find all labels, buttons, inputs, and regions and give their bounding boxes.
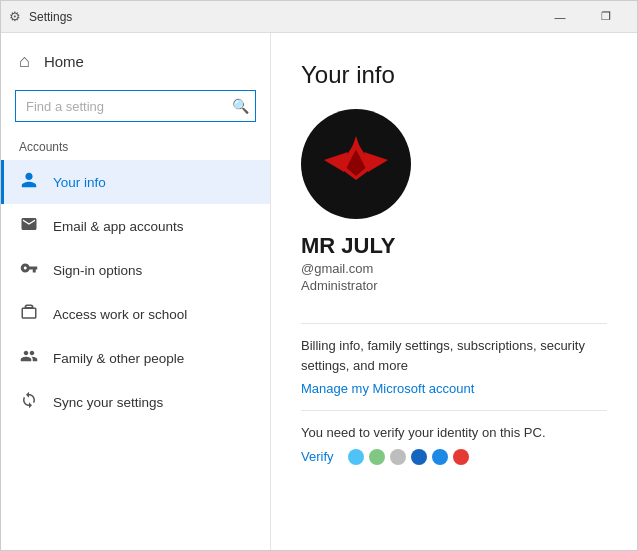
settings-icon: ⚙ — [9, 9, 21, 24]
billing-info-text: Billing info, family settings, subscript… — [301, 336, 607, 375]
titlebar-title: Settings — [29, 10, 72, 24]
main-content: Your info — [271, 33, 637, 550]
sidebar-item-sign-in[interactable]: Sign-in options — [1, 248, 270, 292]
section-label: Accounts — [1, 132, 270, 160]
content-area: ⌂ Home 🔍 Accounts Your info — [1, 33, 637, 550]
sidebar-item-label-signin: Sign-in options — [53, 263, 142, 278]
dot-1 — [348, 449, 364, 465]
verify-info-text: You need to verify your identity on this… — [301, 423, 607, 443]
search-box: 🔍 — [15, 90, 256, 122]
titlebar-left: ⚙ Settings — [9, 9, 72, 24]
settings-window: ⚙ Settings — ❐ ⌂ Home 🔍 Accounts — [0, 0, 638, 551]
avatar — [301, 109, 411, 219]
briefcase-icon — [19, 303, 39, 325]
profile-section: MR JULY @gmail.com Administrator — [301, 109, 607, 307]
sidebar-item-label-email: Email & app accounts — [53, 219, 184, 234]
sidebar-item-work-school[interactable]: Access work or school — [1, 292, 270, 336]
username: MR JULY — [301, 233, 396, 259]
manage-account-link[interactable]: Manage my Microsoft account — [301, 381, 607, 396]
color-dots — [348, 449, 469, 465]
envelope-icon — [19, 215, 39, 237]
dot-4 — [411, 449, 427, 465]
people-icon — [19, 347, 39, 369]
minimize-button[interactable]: — — [537, 1, 583, 33]
maximize-button[interactable]: ❐ — [583, 1, 629, 33]
sidebar-item-label-work: Access work or school — [53, 307, 187, 322]
sidebar-item-label-sync: Sync your settings — [53, 395, 163, 410]
search-input[interactable] — [15, 90, 256, 122]
divider-2 — [301, 410, 607, 411]
verify-link[interactable]: Verify — [301, 449, 334, 464]
dot-6 — [453, 449, 469, 465]
dot-5 — [432, 449, 448, 465]
role: Administrator — [301, 278, 378, 293]
home-label: Home — [44, 53, 84, 70]
sidebar-item-label-your-info: Your info — [53, 175, 106, 190]
sync-icon — [19, 391, 39, 413]
sidebar-home[interactable]: ⌂ Home — [1, 33, 270, 86]
home-icon: ⌂ — [19, 51, 30, 72]
person-icon — [19, 171, 39, 193]
dot-3 — [390, 449, 406, 465]
divider-1 — [301, 323, 607, 324]
sidebar-item-your-info[interactable]: Your info — [1, 160, 270, 204]
sidebar-item-family[interactable]: Family & other people — [1, 336, 270, 380]
verify-row: Verify — [301, 449, 607, 465]
titlebar-controls: — ❐ — [537, 1, 629, 33]
email: @gmail.com — [301, 261, 373, 276]
verify-section: You need to verify your identity on this… — [301, 423, 607, 465]
sidebar-item-sync[interactable]: Sync your settings — [1, 380, 270, 424]
sidebar: ⌂ Home 🔍 Accounts Your info — [1, 33, 271, 550]
sidebar-item-label-family: Family & other people — [53, 351, 184, 366]
page-title: Your info — [301, 61, 607, 89]
titlebar: ⚙ Settings — ❐ — [1, 1, 637, 33]
key-icon — [19, 259, 39, 281]
search-button[interactable]: 🔍 — [224, 90, 256, 122]
dot-2 — [369, 449, 385, 465]
sidebar-item-email-app[interactable]: Email & app accounts — [1, 204, 270, 248]
